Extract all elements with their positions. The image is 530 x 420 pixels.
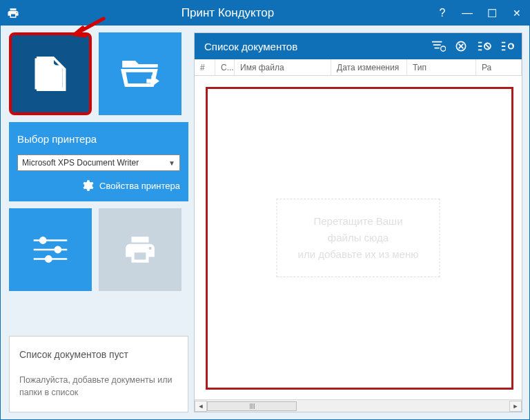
sidebar: Выбор принтера Microsoft XPS Document Wr… [1, 26, 188, 419]
svg-point-6 [441, 46, 446, 51]
clear-button[interactable] [476, 40, 491, 52]
printer-select-value: Microsoft XPS Document Writer [22, 158, 139, 168]
help-button[interactable]: ? [430, 1, 455, 26]
svg-point-1 [40, 237, 46, 243]
col-size[interactable]: Ра [476, 59, 522, 75]
document-list-title: Список документов [204, 41, 297, 52]
svg-point-5 [46, 256, 51, 261]
document-list-panel: Список документов # [194, 32, 522, 412]
printer-select[interactable]: Microsoft XPS Document Writer ▼ [17, 154, 180, 171]
svg-point-3 [55, 247, 61, 252]
status-title: Список документов пуст [19, 349, 178, 360]
printer-properties-label: Свойства принтера [99, 181, 180, 191]
printer-icon [121, 232, 159, 267]
close-button[interactable]: ✕ [504, 1, 529, 26]
col-filename[interactable]: Имя файла [235, 59, 331, 75]
app-print-icon [1, 7, 26, 19]
drop-hint: Перетащите Ваши файлы сюда или добавьте … [277, 199, 440, 277]
maximize-button[interactable]: ☐ [480, 1, 504, 26]
add-files-button[interactable] [9, 32, 92, 115]
scroll-thumb[interactable] [207, 401, 297, 411]
add-files-icon [30, 53, 71, 94]
col-status[interactable]: С... [215, 59, 235, 75]
printer-panel: Выбор принтера Microsoft XPS Document Wr… [9, 122, 188, 201]
chevron-down-icon: ▼ [168, 159, 175, 167]
printer-panel-title: Выбор принтера [17, 133, 180, 145]
scroll-right-button[interactable]: ► [509, 401, 522, 412]
titlebar: Принт Кондуктор ? — ☐ ✕ [1, 1, 529, 26]
remove-icon [454, 40, 468, 52]
settings-button[interactable] [9, 208, 92, 291]
folder-icon [121, 57, 159, 90]
add-folder-button[interactable] [99, 32, 181, 115]
clear-icon [476, 40, 491, 52]
filter-button[interactable] [431, 40, 446, 52]
refresh-icon [500, 40, 515, 52]
refresh-button[interactable] [500, 40, 515, 52]
sliders-icon [32, 235, 69, 264]
print-button[interactable] [99, 208, 181, 291]
printer-properties-button[interactable]: Свойства принтера [17, 179, 180, 192]
minimize-button[interactable]: — [455, 1, 480, 26]
app-title: Принт Кондуктор [26, 6, 430, 20]
status-panel: Список документов пуст Пожалуйста, добав… [9, 336, 188, 413]
drop-area[interactable]: Перетащите Ваши файлы сюда или добавьте … [195, 76, 522, 399]
remove-button[interactable] [454, 40, 468, 52]
col-date[interactable]: Дата изменения [331, 59, 407, 75]
scroll-left-button[interactable]: ◄ [195, 401, 207, 412]
col-type[interactable]: Тип [407, 59, 476, 75]
gear-icon [81, 179, 94, 192]
svg-line-11 [486, 44, 489, 48]
status-text: Пожалуйста, добавьте документы или папки… [19, 374, 178, 400]
scroll-track[interactable] [207, 401, 509, 412]
filter-icon [431, 40, 446, 52]
horizontal-scrollbar[interactable]: ◄ ► [195, 399, 522, 412]
col-number[interactable]: # [195, 59, 215, 75]
column-headers: # С... Имя файла Дата изменения Тип Ра [195, 59, 522, 76]
